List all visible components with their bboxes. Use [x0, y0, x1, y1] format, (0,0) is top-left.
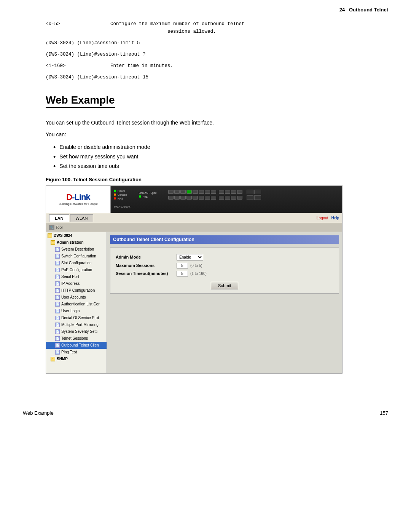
sidebar-root[interactable]: 📁 DWS-3024: [46, 232, 107, 239]
admin-folder-icon: 📁: [51, 240, 55, 245]
sidebar-item-outbound-telnet[interactable]: 📄 Outbound Telnet Clien: [46, 342, 107, 349]
dlink-logo: D-Link: [66, 192, 90, 202]
split-layout: 📁 DWS-3024 📁 Administration 📄 System Des…: [46, 232, 342, 373]
sidebar-item-system-description[interactable]: 📄 System Description: [46, 246, 107, 253]
poe-indicator: PoE: [139, 195, 157, 198]
tool-icon: 🔧: [49, 225, 54, 230]
sidebar-item-user-login[interactable]: 📄 User Login: [46, 308, 107, 315]
port-6: [199, 190, 204, 194]
doc-icon-mirror: 📄: [55, 323, 60, 327]
bullet-item-3: Set the session time outs: [53, 161, 365, 171]
sidebar: 📁 DWS-3024 📁 Administration 📄 System Des…: [46, 232, 107, 373]
main-content: <0-5> Configure the maximum number of ou…: [0, 13, 411, 389]
port-4: [186, 190, 192, 194]
doc-icon-telnet: 📄: [55, 336, 60, 341]
port-17: [193, 196, 198, 200]
dlink-tagline: Building Networks for People: [59, 202, 98, 206]
sidebar-snmp-group[interactable]: 📁 SNMP: [46, 356, 107, 363]
section-heading: Web Example: [46, 94, 115, 108]
code-block-5: (DWS-3024) (Line)#session-timeout 15: [46, 73, 365, 81]
max-sessions-input[interactable]: [177, 263, 188, 268]
doc-icon-slot: 📄: [55, 261, 60, 265]
port-16: [186, 196, 192, 200]
device-visual: Power Console RPS Link/ACT/S: [111, 186, 342, 213]
device-header: D-Link Building Networks for People Powe…: [46, 186, 342, 213]
bullet-list: Enable or disable administration mode Se…: [53, 142, 365, 171]
console-indicator: Console: [114, 193, 127, 196]
rps-led: [114, 197, 116, 200]
footer-right: 157: [380, 410, 388, 416]
port-18: [199, 196, 204, 200]
toolbar: 🔧 Tool: [46, 223, 342, 232]
logout-button[interactable]: Logout: [317, 216, 328, 220]
sidebar-item-http-config[interactable]: 📄 HTTP Configuration: [46, 287, 107, 294]
page-footer: Web Example 157: [0, 404, 411, 422]
sidebar-item-port-mirroring[interactable]: 📄 Multiple Port Mirroring: [46, 321, 107, 328]
tab-wlan[interactable]: WLAN: [70, 214, 94, 222]
admin-mode-label: Admin Mode: [116, 255, 173, 259]
max-sessions-row: Maximum Sessions (0 to 5): [116, 263, 333, 268]
port-21: [219, 196, 224, 200]
sidebar-item-auth-list[interactable]: 📄 Authentication List Cor: [46, 301, 107, 308]
code-block-3: (DWS-3024) (Line)#session-timeout ?: [46, 51, 365, 58]
port-19: [205, 196, 210, 200]
admin-mode-select[interactable]: Enable Disable: [177, 254, 203, 260]
doc-icon-severity: 📄: [55, 329, 60, 334]
link-indicator: Link/ACT/Spee: [139, 192, 157, 194]
power-indicator: Power: [114, 190, 127, 192]
port-22: [225, 196, 230, 200]
doc-icon-auth: 📄: [55, 302, 60, 307]
port-12: [237, 190, 242, 194]
sidebar-item-dos[interactable]: 📄 Denial Of Service Prot: [46, 315, 107, 321]
max-sessions-label: Maximum Sessions: [116, 263, 173, 268]
sidebar-item-switch-config[interactable]: 📄 Switch Configuration: [46, 253, 107, 260]
admin-mode-row: Admin Mode Enable Disable: [116, 254, 333, 260]
bullet-item-1: Enable or disable administration mode: [53, 142, 365, 152]
port-3: [180, 190, 186, 194]
port-23: [231, 196, 236, 200]
sidebar-admin-group[interactable]: 📁 Administration: [46, 239, 107, 246]
port-row-top: [168, 190, 261, 194]
root-folder-icon: 📁: [48, 233, 52, 238]
screenshot: D-Link Building Networks for People Powe…: [46, 185, 342, 374]
tab-lan[interactable]: LAN: [49, 214, 69, 222]
max-sessions-hint: (0 to 5): [190, 264, 202, 268]
footer-left: Web Example: [23, 410, 54, 416]
doc-icon-user-accounts: 📄: [55, 295, 60, 300]
doc-icon-outbound: 📄: [55, 343, 60, 348]
submit-button[interactable]: Submit: [211, 282, 238, 289]
sidebar-item-telnet-sessions[interactable]: 📄 Telnet Sessions: [46, 335, 107, 342]
intro-text: You can set up the Outbound Telnet sessi…: [46, 119, 365, 127]
port-7: [205, 190, 210, 194]
help-button[interactable]: Help: [331, 216, 339, 220]
port-10: [225, 190, 230, 194]
doc-icon-switch: 📄: [55, 254, 60, 259]
sidebar-item-slot-config[interactable]: 📄 Slot Configuration: [46, 260, 107, 267]
port-24: [237, 196, 242, 200]
dlink-logo-area: D-Link Building Networks for People: [46, 186, 111, 213]
port-20: [211, 196, 216, 200]
nav-bar: LAN WLAN Logout Help: [46, 213, 342, 223]
sidebar-item-system-severity[interactable]: 📄 System Severity Setti: [46, 328, 107, 335]
sidebar-item-poe-config[interactable]: 📄 PoE Configuration: [46, 267, 107, 273]
sidebar-item-ip-address[interactable]: 📄 IP Address: [46, 280, 107, 287]
header-chapter: 24 Outbound Telnet: [339, 7, 388, 13]
config-panel: Outbound Telnet Client Configuration Adm…: [107, 232, 342, 297]
tool-button[interactable]: 🔧 Tool: [49, 225, 62, 230]
doc-icon-login: 📄: [55, 309, 60, 313]
session-timeout-input[interactable]: [177, 271, 188, 276]
doc-icon-ip: 📄: [55, 281, 60, 286]
sidebar-item-serial-port[interactable]: 📄 Serial Port: [46, 273, 107, 280]
sidebar-item-ping-test[interactable]: 📄 Ping Test: [46, 349, 107, 356]
snmp-folder-icon: 📁: [51, 357, 55, 361]
sidebar-item-user-accounts[interactable]: 📄 User Accounts: [46, 294, 107, 301]
admin-mode-control: Enable Disable: [177, 254, 203, 260]
config-title-bar: Outbound Telnet Client Configuration: [110, 235, 339, 244]
main-panel: Outbound Telnet Client Configuration Adm…: [107, 232, 342, 373]
code-block-1: <0-5> Configure the maximum number of ou…: [46, 20, 365, 35]
port-11: [231, 190, 236, 194]
port-9: [219, 190, 224, 194]
page-header: 24 Outbound Telnet: [0, 0, 411, 13]
console-led: [114, 193, 116, 196]
figure-caption: Figure 100. Telnet Session Configuration: [46, 177, 365, 182]
